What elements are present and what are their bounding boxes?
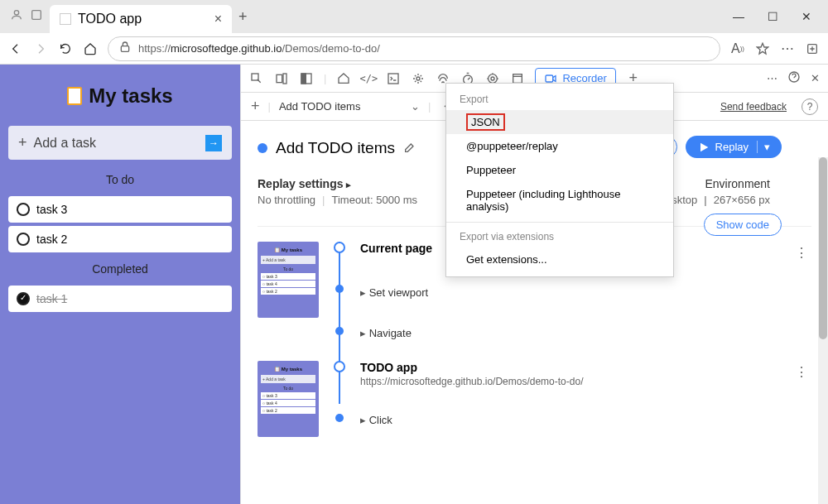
export-puppeteer-lighthouse-option[interactable]: Puppeteer (including Lighthouse analysis…: [446, 182, 673, 218]
devtools-more-icon[interactable]: ⋯: [767, 72, 777, 84]
todo-section-label: To do: [8, 166, 232, 193]
replay-button[interactable]: Replay ▾: [686, 136, 782, 158]
more-button[interactable]: ⋯: [780, 41, 795, 56]
checkbox-checked-icon[interactable]: [17, 292, 30, 305]
scrollbar[interactable]: [818, 157, 828, 504]
profile-controls: [3, 8, 50, 25]
url-text: https://microsoftedge.github.io/Demos/de…: [138, 42, 380, 55]
export-menu: Export JSON @puppeteer/replay Puppeteer …: [445, 83, 674, 277]
export-section-header: Export: [446, 89, 673, 110]
record-dot-icon: [258, 143, 267, 153]
elements-icon[interactable]: </>: [361, 71, 376, 86]
svg-point-13: [491, 77, 494, 80]
step-title[interactable]: TODO app: [360, 361, 778, 376]
svg-rect-14: [513, 74, 522, 83]
tab-favicon: [60, 13, 71, 25]
new-recording-button[interactable]: +: [251, 98, 260, 115]
step-thumbnail: 📋 My tasks + Add a task To do ○ task 3 ○…: [258, 242, 319, 318]
recording-name: Add TODO items: [276, 139, 395, 157]
show-code-button[interactable]: Show code: [704, 214, 782, 236]
export-puppeteer-option[interactable]: Puppeteer: [446, 158, 673, 182]
substep[interactable]: Click: [360, 407, 778, 433]
welcome-icon[interactable]: [336, 71, 351, 86]
new-tab-button[interactable]: +: [238, 8, 248, 26]
address-bar[interactable]: https://microsoftedge.github.io/Demos/de…: [108, 36, 720, 61]
refresh-button[interactable]: [58, 41, 73, 56]
send-feedback-link[interactable]: Send feedback: [720, 101, 787, 113]
svg-point-12: [489, 74, 498, 83]
favorite-button[interactable]: [755, 41, 770, 56]
console-icon[interactable]: [386, 71, 401, 86]
browser-titlebar: TODO app × + — ☐ ✕: [0, 0, 828, 33]
browser-navbar: https://microsoftedge.github.io/Demos/de…: [0, 33, 828, 65]
help-button[interactable]: ?: [802, 98, 818, 115]
submit-task-button[interactable]: →: [205, 135, 222, 151]
plus-icon: +: [18, 134, 27, 151]
export-json-option[interactable]: JSON: [446, 110, 673, 134]
substep[interactable]: Set viewport: [360, 280, 778, 305]
step-subtitle: https://microsoftedge.github.io/Demos/de…: [360, 376, 778, 396]
step-menu-button[interactable]: ⋮: [792, 361, 811, 383]
get-extensions-option[interactable]: Get extensions...: [446, 247, 673, 271]
device-icon[interactable]: [274, 71, 289, 86]
task-item-done[interactable]: task 1: [8, 286, 232, 312]
maximize-button[interactable]: ☐: [768, 10, 778, 23]
task-item[interactable]: task 3: [8, 196, 232, 223]
svg-rect-8: [301, 74, 306, 84]
close-devtools-button[interactable]: ✕: [811, 72, 820, 84]
substep[interactable]: Navigate: [360, 320, 778, 346]
svg-rect-6: [283, 74, 286, 84]
browser-tab[interactable]: TODO app ×: [50, 5, 232, 33]
svg-rect-15: [546, 75, 553, 82]
forward-button: [33, 41, 48, 56]
svg-rect-1: [32, 11, 41, 20]
close-window-button[interactable]: ✕: [802, 10, 811, 23]
minimize-button[interactable]: —: [733, 10, 744, 23]
export-puppeteer-replay-option[interactable]: @puppeteer/replay: [446, 134, 673, 158]
clipboard-icon: [67, 87, 82, 105]
step-group: 📋 My tasks + Add a task To do ○ task 3 ○…: [258, 361, 811, 437]
app-title: My tasks: [8, 73, 232, 119]
task-item[interactable]: task 2: [8, 226, 232, 252]
read-aloud-icon[interactable]: A)): [730, 41, 745, 56]
collections-icon[interactable]: [805, 41, 820, 56]
close-tab-button[interactable]: ×: [214, 12, 222, 26]
recording-selector[interactable]: Add TODO items ⌄: [279, 100, 420, 113]
back-button[interactable]: [8, 41, 23, 56]
step-menu-button[interactable]: ⋮: [792, 242, 811, 264]
workspaces-icon[interactable]: [30, 8, 43, 25]
tab-title: TODO app: [78, 12, 142, 26]
todo-app: My tasks + Add a task → To do task 3 tas…: [0, 65, 240, 504]
dock-icon[interactable]: [299, 71, 314, 86]
replay-speed-dropdown[interactable]: ▾: [757, 141, 770, 153]
site-info-icon[interactable]: [118, 41, 132, 56]
svg-rect-9: [388, 74, 398, 84]
export-extensions-header: Export via extensions: [446, 226, 673, 247]
chevron-down-icon: ⌄: [411, 100, 420, 113]
profile-icon[interactable]: [10, 8, 23, 25]
svg-rect-2: [121, 46, 128, 52]
checkbox-icon[interactable]: [17, 233, 30, 246]
help-icon[interactable]: [787, 70, 801, 86]
home-button[interactable]: [83, 41, 98, 56]
step-thumbnail: 📋 My tasks + Add a task To do ○ task 3 ○…: [258, 361, 319, 437]
inspect-icon[interactable]: [249, 71, 264, 86]
svg-rect-5: [277, 74, 282, 82]
edit-name-button[interactable]: [403, 141, 416, 156]
completed-section-label: Completed: [8, 256, 232, 282]
sources-icon[interactable]: [411, 71, 426, 86]
svg-point-10: [416, 77, 420, 80]
svg-point-0: [14, 11, 18, 15]
checkbox-icon[interactable]: [17, 203, 30, 216]
add-task-input[interactable]: + Add a task →: [8, 126, 232, 160]
